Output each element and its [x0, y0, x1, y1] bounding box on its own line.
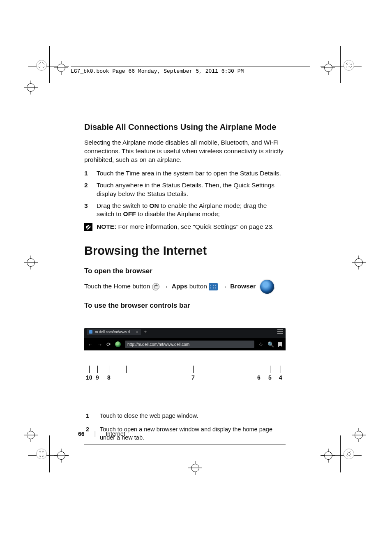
registration-target: [54, 61, 68, 75]
step-item: 3 Drag the switch to ON to enable the Ai…: [84, 202, 286, 219]
legend-text: Touch to close the web page window.: [98, 410, 286, 423]
back-icon[interactable]: ←: [88, 342, 93, 347]
registration-target: [352, 428, 366, 442]
off-label: OFF: [123, 210, 136, 217]
arrow-icon: →: [219, 283, 228, 290]
steps-list: 1 Touch the Time area in the system bar …: [84, 169, 286, 219]
bookmark-icon[interactable]: [278, 342, 282, 347]
search-icon[interactable]: 🔍: [267, 342, 274, 347]
table-row: 1 Touch to close the web page window.: [84, 410, 286, 423]
step-text: Drag the switch to ON to enable the Airp…: [97, 202, 286, 219]
home-icon: [152, 283, 159, 290]
section-heading-controls-bar: To use the browser controls bar: [84, 301, 286, 311]
browser-screenshot: m.dell.com/mt/www.d… × + ← → ⟳ http://m.…: [84, 328, 286, 350]
arrow-icon: →: [161, 283, 170, 290]
callout-9: 9: [96, 374, 99, 382]
registration-mark: [36, 449, 47, 459]
registration-target: [24, 428, 38, 442]
callout-7: 7: [191, 374, 195, 382]
tab-title: m.dell.com/mt/www.d…: [95, 329, 134, 334]
step-number: 1: [84, 169, 97, 178]
registration-target: [24, 256, 38, 269]
browser-tab[interactable]: m.dell.com/mt/www.d… ×: [87, 329, 141, 335]
print-header: LG7_bk0.book Page 66 Monday, September 5…: [71, 68, 244, 74]
on-label: ON: [149, 202, 159, 209]
header-rule: [71, 67, 310, 67]
new-tab-button[interactable]: +: [143, 329, 148, 335]
menu-icon[interactable]: [277, 329, 283, 334]
text-pre: Touch the Home button: [84, 283, 152, 290]
callout-line: [109, 366, 109, 373]
registration-target: [321, 61, 335, 75]
apps-label: Apps: [172, 283, 188, 290]
callout-line: [97, 366, 98, 373]
crop-line: [49, 435, 50, 472]
registration-target: [24, 81, 38, 94]
tab-bar: m.dell.com/mt/www.d… × +: [84, 328, 286, 336]
footer-divider: |: [95, 431, 96, 437]
section-heading-open-browser: To open the browser: [84, 267, 286, 276]
step-item: 2 Touch anywhere in the Status Details. …: [84, 181, 286, 198]
intro-paragraph: Selecting the Airplane mode disables all…: [84, 138, 286, 164]
registration-target: [54, 449, 68, 463]
step3-pre: Drag the switch to: [97, 202, 149, 209]
registration-target: [188, 461, 202, 475]
registration-mark: [36, 60, 47, 71]
callout-line: [193, 366, 194, 373]
callout-4: 4: [279, 374, 282, 382]
star-icon[interactable]: ☆: [258, 342, 263, 347]
step-text: Touch anywhere in the Status Details. Th…: [97, 181, 286, 198]
section-heading-airplane: Disable All Connections Using the Airpla…: [84, 122, 286, 133]
note-label: NOTE:: [97, 223, 116, 230]
site-globe-icon: [115, 341, 121, 347]
step-number: 2: [84, 181, 97, 198]
crop-line: [340, 435, 341, 472]
step-text: Touch the Time area in the system bar to…: [97, 169, 286, 178]
open-browser-line: Touch the Home button → Apps button → Br…: [84, 280, 286, 294]
forward-icon[interactable]: →: [97, 342, 102, 347]
callout-5: 5: [268, 374, 272, 382]
note-text: NOTE: For more information, see "Quick S…: [97, 223, 274, 231]
callout-line: [270, 366, 270, 373]
step-item: 1 Touch the Time area in the system bar …: [84, 169, 286, 178]
browser-label: Browser: [230, 283, 256, 290]
legend-num: 1: [84, 410, 98, 423]
page-number: 66: [78, 431, 85, 437]
registration-target: [352, 256, 366, 269]
step-number: 3: [84, 202, 97, 219]
crop-line: [49, 46, 50, 83]
period: .: [274, 283, 276, 290]
registration-mark: [344, 60, 354, 71]
callout-8: 8: [107, 374, 111, 382]
reload-icon[interactable]: ⟳: [106, 342, 111, 347]
registration-mark: [344, 449, 354, 459]
legend-text: Touch to open a new browser window and d…: [98, 423, 286, 444]
callout-line: [281, 366, 281, 373]
footer-section: Internet: [106, 431, 125, 437]
button-word: button: [187, 283, 209, 290]
registration-target: [321, 449, 335, 463]
legend-table: 1 Touch to close the web page window. 2 …: [84, 410, 286, 444]
favicon-icon: [89, 330, 92, 334]
crop-line: [340, 46, 341, 83]
url-text: http://m.dell.com/mt/www.dell.com: [127, 342, 189, 348]
url-bar[interactable]: http://m.dell.com/mt/www.dell.com: [125, 341, 254, 348]
note-icon: [84, 223, 92, 231]
chapter-heading: Browsing the Internet: [84, 243, 286, 259]
browser-globe-icon: [260, 280, 274, 294]
callout-line: [89, 366, 90, 373]
callout-line: [126, 366, 127, 373]
callout-6: 6: [257, 374, 261, 382]
note-body: For more information, see "Quick Setting…: [116, 223, 274, 230]
step3-post: to disable the Airplane mode;: [136, 210, 220, 217]
browser-diagram: 1 2 3 m.dell.com/mt/www.d… × + ← → ⟳ htt…: [84, 328, 286, 404]
apps-icon: [209, 283, 218, 290]
callout-10: 10: [86, 374, 92, 382]
callout-line: [259, 366, 259, 373]
page-footer: 66 | Internet: [78, 431, 125, 437]
note-row: NOTE: For more information, see "Quick S…: [84, 223, 286, 231]
close-tab-icon[interactable]: ×: [136, 329, 138, 335]
browser-toolbar: ← → ⟳ http://m.dell.com/mt/www.dell.com …: [84, 338, 286, 350]
